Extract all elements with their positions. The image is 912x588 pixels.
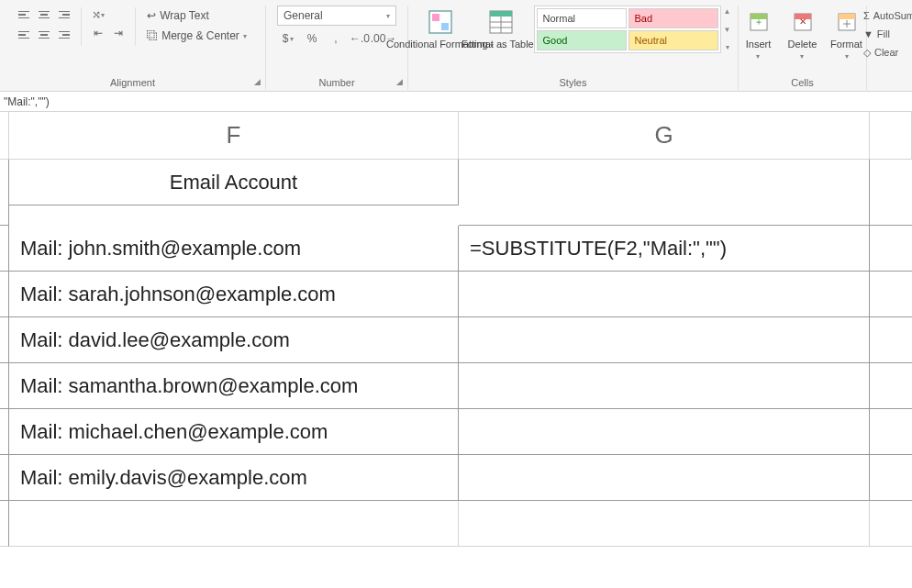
wrap-text-label: Wrap Text [160,9,209,22]
svg-rect-15 [839,14,855,19]
table-row: Mail: emily.davis@example.com [0,455,912,501]
cell[interactable]: =SUBSTITUTE(F2,"Mail:","") [459,226,870,272]
merge-icon: ⿻ [147,29,158,42]
conditional-formatting-icon [426,7,455,37]
align-middle[interactable] [35,6,53,24]
spreadsheet: F G Email Account Mail: john.smith@examp… [0,112,912,547]
orientation-button[interactable]: ⤭▾ [89,6,107,24]
col-header-F[interactable]: F [9,112,459,160]
cells-group-label: Cells [791,77,813,88]
cell[interactable] [870,409,912,455]
group-styles: Conditional Formatting ▾ Format as Table… [408,6,739,90]
percent-button[interactable]: % [301,29,323,48]
cell[interactable] [0,363,9,409]
cell[interactable] [870,455,912,501]
currency-button[interactable]: $▾ [277,29,299,48]
cell[interactable] [870,501,912,547]
clear-icon: ◇ [863,47,871,59]
col-header-E[interactable] [0,112,9,160]
align-top[interactable] [15,6,33,24]
cell[interactable] [0,501,9,547]
group-alignment: ⤭▾ ⇤ ⇥ ↩Wrap Text ⿻Merge & Center▾ Align… [0,6,266,90]
cell[interactable] [870,363,912,409]
group-cells: ＋ Insert▾ ✕ Delete▾ Format▾ Cells [739,6,867,90]
cell[interactable] [0,226,9,272]
cell[interactable] [459,160,870,226]
cell[interactable] [0,455,9,501]
cell[interactable]: Mail: samantha.brown@example.com [9,363,459,409]
alignment-group-label: Alignment [110,77,155,88]
styles-scroll[interactable]: ▲▼▾ [721,6,734,53]
cell[interactable] [0,160,9,226]
merge-center-button[interactable]: ⿻Merge & Center▾ [143,26,250,46]
delete-button[interactable]: ✕ Delete▾ [784,6,822,61]
format-table-icon [486,7,516,37]
cell[interactable] [0,317,9,363]
col-header-G[interactable]: G [459,112,870,160]
cell[interactable] [459,317,870,363]
cell[interactable] [459,363,870,409]
cell[interactable] [870,226,912,272]
align-center[interactable] [35,26,53,44]
format-as-table-button[interactable]: Format as Table ▾ [473,6,528,50]
cell[interactable] [0,272,9,317]
style-good[interactable]: Good [537,30,627,50]
styles-group-label: Styles [560,77,587,88]
column-headers: F G [0,112,912,160]
cell[interactable] [870,272,912,317]
col-header-H[interactable] [870,112,912,160]
svg-text:✕: ✕ [799,17,806,27]
conditional-formatting-button[interactable]: Conditional Formatting ▾ [413,6,468,50]
cell[interactable] [459,455,870,501]
increase-indent[interactable]: ⇥ [109,24,128,42]
table-row: Mail: david.lee@example.com [0,317,912,363]
table-row: Email Account [0,160,912,226]
cell[interactable] [459,409,870,455]
cell[interactable] [870,160,912,226]
table-row: Mail: sarah.johnson@example.com [0,272,912,317]
style-normal[interactable]: Normal [537,8,627,28]
cell[interactable]: Mail: emily.davis@example.com [9,455,459,501]
decrease-indent[interactable]: ⇤ [89,24,107,42]
format-button[interactable]: Format▾ [828,6,866,61]
cell[interactable]: Mail: john.smith@example.com [9,226,459,272]
cell-styles-gallery[interactable]: Normal Bad Good Neutral [534,6,721,53]
alignment-dialog-launcher[interactable]: ◢ [251,76,262,87]
cell[interactable] [459,501,870,547]
cell[interactable] [0,409,9,455]
header-cell-email-account[interactable]: Email Account [9,160,459,205]
fill-button[interactable]: ▼Fill [862,26,912,42]
clear-button[interactable]: ◇Clear [862,44,912,61]
cell[interactable] [9,501,459,547]
number-format-dropdown[interactable]: General▾ [277,6,396,26]
insert-button[interactable]: ＋ Insert▾ [740,6,778,61]
number-dialog-launcher[interactable]: ◢ [394,76,405,87]
table-row: Mail: john.smith@example.com =SUBSTITUTE… [0,226,912,272]
grid-rows: Email Account Mail: john.smith@example.c… [0,160,912,547]
group-editing: ΣAutoSum ▼Fill ◇Clear [867,6,911,90]
align-left[interactable] [15,26,33,44]
fill-icon: ▼ [863,28,873,39]
align-bottom[interactable] [55,6,73,24]
increase-decimal[interactable]: ←.0 [349,29,371,48]
wrap-text-icon: ↩ [147,9,156,22]
style-bad[interactable]: Bad [628,8,718,28]
autosum-button[interactable]: ΣAutoSum [862,7,912,24]
formula-bar[interactable]: "Mail:","") [0,92,912,112]
number-format-value: General [284,9,323,22]
svg-rect-4 [490,11,512,17]
cell[interactable]: Mail: sarah.johnson@example.com [9,272,459,317]
merge-center-label: Merge & Center [161,29,239,42]
cell[interactable] [870,317,912,363]
wrap-text-button[interactable]: ↩Wrap Text [143,6,250,26]
insert-icon: ＋ [744,7,773,37]
style-neutral[interactable]: Neutral [628,30,718,50]
align-right[interactable] [55,26,73,44]
cell[interactable] [459,272,870,317]
svg-text:＋: ＋ [754,17,763,27]
cell[interactable]: Mail: david.lee@example.com [9,317,459,363]
delete-icon: ✕ [788,7,817,37]
cell[interactable]: Mail: michael.chen@example.com [9,409,459,455]
format-icon [832,7,862,37]
comma-button[interactable]: , [325,29,347,48]
